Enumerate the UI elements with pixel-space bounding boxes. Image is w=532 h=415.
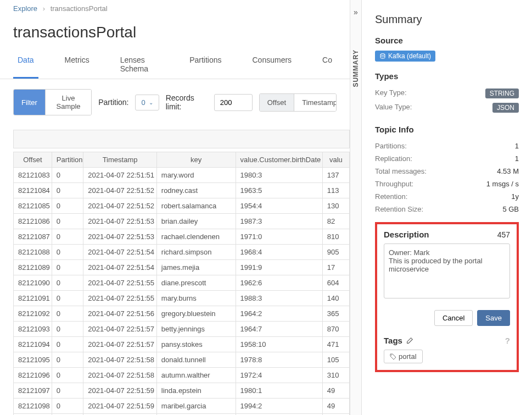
table-cell: 1994:2 — [236, 399, 322, 414]
table-cell: 2021-04-07 22:51:57 — [83, 337, 156, 352]
breadcrumb-sep: › — [43, 4, 45, 13]
info-row: Retention:1y — [375, 190, 519, 203]
save-button[interactable]: Save — [477, 310, 510, 326]
column-header[interactable]: Timestamp — [83, 152, 156, 168]
tab-data[interactable]: Data — [13, 50, 38, 79]
info-value: 1 — [515, 142, 519, 150]
table-row[interactable]: 8212108602021-04-07 22:51:53brian.dailey… — [14, 214, 350, 229]
table-cell: 2021-04-07 22:51:55 — [83, 291, 156, 306]
table-cell: 2021-04-07 22:51:51 — [83, 168, 156, 183]
table-cell: 82121087 — [14, 229, 52, 245]
info-row: Throughput:1 msgs / s — [375, 178, 519, 190]
svg-point-0 — [380, 54, 385, 56]
description-textarea[interactable] — [384, 244, 510, 298]
table-cell: 0 — [52, 352, 83, 368]
info-row: Total messages:4.53 M — [375, 165, 519, 178]
table-cell: 1988:3 — [236, 291, 322, 306]
column-header[interactable]: value.Customer.birthDate — [236, 152, 322, 168]
table-cell: 1954:4 — [236, 198, 322, 214]
table-cell: 140 — [322, 291, 349, 306]
table-container: OffsetPartitionTimestampkeyvalue.Custome… — [13, 130, 350, 415]
table-cell: rodney.cast — [156, 183, 236, 198]
table-cell: diane.prescott — [156, 275, 236, 291]
info-key: Partitions: — [375, 142, 407, 150]
tab-consumers[interactable]: Consumers — [248, 50, 296, 79]
table-cell: rachael.clendenen — [156, 229, 236, 245]
table-cell: 2021-04-07 22:51:59 — [83, 383, 156, 399]
summary-tab-label: SUMMARY — [352, 49, 360, 87]
filter-button[interactable]: Filter — [14, 90, 45, 115]
table-cell: 49 — [322, 399, 349, 414]
table-row[interactable]: 8212108302021-04-07 22:51:51mary.word198… — [14, 168, 350, 183]
table-row[interactable]: 8212109802021-04-07 22:51:59maribel.garc… — [14, 399, 350, 414]
table-cell: 82 — [322, 214, 349, 229]
tab-metrics[interactable]: Metrics — [60, 50, 94, 79]
column-header[interactable]: valu — [322, 152, 349, 168]
table-cell: brian.dailey — [156, 214, 236, 229]
description-label: Description — [384, 230, 429, 239]
records-limit-input[interactable] — [214, 94, 253, 111]
table-cell: 0 — [52, 306, 83, 322]
svg-point-1 — [391, 355, 392, 356]
table-cell: 82121098 — [14, 399, 52, 414]
live-sample-button[interactable]: Live Sample — [45, 90, 91, 115]
help-icon[interactable]: ? — [505, 336, 510, 345]
table-cell: 82121083 — [14, 168, 52, 183]
partition-value: 0 — [141, 98, 145, 107]
table-cell: 0 — [52, 214, 83, 229]
table-row[interactable]: 8212109102021-04-07 22:51:55mary.burns19… — [14, 291, 350, 306]
source-value: Kafka (default) — [388, 52, 431, 60]
table-cell: 0 — [52, 260, 83, 275]
table-cell: 1968:4 — [236, 245, 322, 260]
table-row[interactable]: 8212109202021-04-07 22:51:56gregory.blue… — [14, 306, 350, 322]
table-row[interactable]: 8212108402021-04-07 22:51:52rodney.cast1… — [14, 183, 350, 198]
table-cell: 82121089 — [14, 260, 52, 275]
tab-lenses-schema[interactable]: Lenses Schema — [116, 50, 163, 79]
table-cell: 113 — [322, 183, 349, 198]
timestamp-button[interactable]: Timestamp — [294, 94, 337, 111]
column-header[interactable]: key — [156, 152, 236, 168]
table-row[interactable]: 8212109502021-04-07 22:51:58donald.tunne… — [14, 352, 350, 368]
table-row[interactable]: 8212108502021-04-07 22:51:52robert.salam… — [14, 198, 350, 214]
toolbar: Filter Live Sample Partition: 0 ⌄ Record… — [0, 79, 350, 125]
table-cell: 2021-04-07 22:51:55 — [83, 275, 156, 291]
table-cell: 2021-04-07 22:51:59 — [83, 399, 156, 414]
cancel-button[interactable]: Cancel — [434, 310, 473, 326]
column-header[interactable]: Offset — [14, 152, 52, 168]
table-row[interactable]: 8212108802021-04-07 22:51:54richard.simp… — [14, 245, 350, 260]
info-value: 1y — [511, 192, 519, 201]
description-highlight: Description 457 Cancel Save Tags ? porta… — [375, 222, 519, 372]
offset-button[interactable]: Offset — [260, 94, 294, 111]
filter-row[interactable] — [13, 130, 350, 148]
table-cell: 1963:5 — [236, 183, 322, 198]
summary-collapse-tab[interactable]: » SUMMARY — [350, 0, 362, 415]
summary-heading: Summary — [375, 13, 519, 26]
table-row[interactable]: 8212108902021-04-07 22:51:54james.mejia1… — [14, 260, 350, 275]
edit-icon[interactable] — [406, 337, 413, 345]
table-cell: 1958:10 — [236, 337, 322, 352]
collapse-icon[interactable]: » — [354, 8, 358, 16]
table-cell: 0 — [52, 322, 83, 337]
table-row[interactable]: 8212109402021-04-07 22:51:57pansy.stokes… — [14, 337, 350, 352]
tab-partitions[interactable]: Partitions — [185, 50, 226, 79]
table-row[interactable]: 8212109002021-04-07 22:51:55diane.presco… — [14, 275, 350, 291]
table-row[interactable]: 8212108702021-04-07 22:51:53rachael.clen… — [14, 229, 350, 245]
table-cell: 604 — [322, 275, 349, 291]
info-row: Replication:1 — [375, 152, 519, 165]
table-row[interactable]: 8212109302021-04-07 22:51:57betty.jennin… — [14, 322, 350, 337]
table-cell: 82121085 — [14, 198, 52, 214]
tab-co[interactable]: Co — [318, 50, 337, 79]
table-row[interactable]: 8212109702021-04-07 22:51:59linda.epstei… — [14, 383, 350, 399]
partition-select[interactable]: 0 ⌄ — [135, 95, 159, 110]
table-cell: 130 — [322, 198, 349, 214]
table-row[interactable]: 8212109602021-04-07 22:51:58autumn.walth… — [14, 368, 350, 383]
table-cell: 0 — [52, 245, 83, 260]
table-cell: 0 — [52, 168, 83, 183]
info-value: 1 msgs / s — [486, 180, 519, 188]
info-key: Total messages: — [375, 167, 427, 175]
column-header[interactable]: Partition — [52, 152, 83, 168]
key-type-label: Key Type: — [375, 88, 407, 98]
breadcrumb-root[interactable]: Explore — [13, 4, 37, 13]
table-cell: james.mejia — [156, 260, 236, 275]
tag-pill[interactable]: portal — [384, 350, 423, 363]
